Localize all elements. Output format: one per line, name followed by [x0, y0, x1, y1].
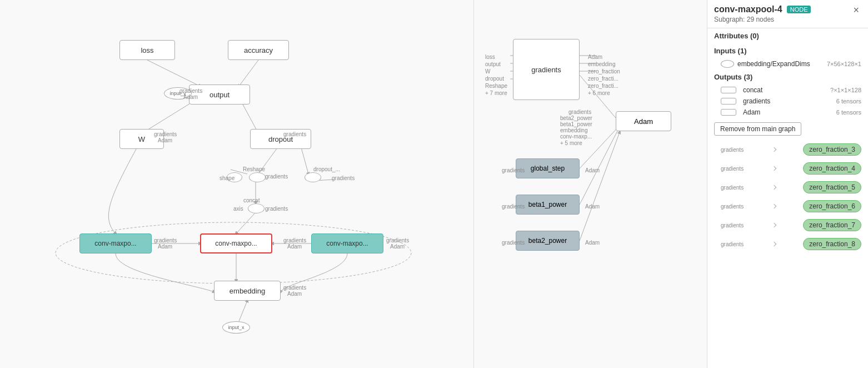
label-gradients-reshape: gradients	[265, 173, 288, 180]
label-gradients-zf7: gradients	[721, 222, 744, 228]
sg-beta2-in: gradients	[502, 240, 525, 246]
rp-input-item-0[interactable]: embedding/ExpandDims 7×56×128×1	[707, 58, 868, 69]
svg-line-10	[236, 212, 256, 233]
label-gradients-zf4: gradients	[721, 166, 744, 172]
sg-in-more: + 7 more	[485, 90, 507, 96]
sg-beta2-label: beta2_power	[528, 237, 567, 245]
rp-input-name-0: embedding/ExpandDims	[737, 60, 810, 68]
label-gradients-zf6: gradients	[721, 203, 744, 210]
node-zero-fraction-5[interactable]: zero_fraction_5	[803, 181, 861, 193]
sg-global-step-label: global_step	[531, 165, 565, 172]
svg-line-0	[147, 60, 200, 86]
sg-node-global-step[interactable]: global_step	[516, 158, 580, 178]
svg-line-17	[580, 132, 620, 241]
rp-output-item-1[interactable]: gradients 6 tensors	[707, 96, 868, 107]
label-adam-1: Adam	[183, 94, 198, 100]
label-gradients-concat: gradients	[265, 206, 288, 212]
sg-in-W: W	[485, 68, 490, 74]
rp-inputs-section[interactable]: Inputs (1)	[707, 43, 868, 58]
node-zero-fraction-3[interactable]: zero_fraction_3	[803, 143, 861, 156]
node-loss-label: loss	[141, 46, 153, 54]
sg-adam-in-conv: conv-maxp...	[560, 133, 592, 140]
sg-adam-label: Adam	[634, 117, 653, 126]
rp-output-item-0[interactable]: concat ?×1×1×128	[707, 84, 868, 96]
rp-output-name-0: concat	[743, 86, 762, 94]
rp-output-node-1[interactable]: gradients zero_fraction_4	[707, 159, 868, 178]
node-conv-maxpo-2[interactable]: conv-maxpo...	[200, 233, 272, 253]
rp-outputs-section[interactable]: Outputs (3)	[707, 69, 868, 84]
rp-output-node-0[interactable]: gradients zero_fraction_3	[707, 140, 868, 159]
node-conv-maxpo-1[interactable]: conv-maxpo...	[79, 233, 152, 253]
label-gradients-c1: gradients	[154, 237, 177, 243]
sg-global-out: Adam	[585, 167, 600, 173]
sg-beta2-out: Adam	[585, 240, 600, 246]
sg-beta1-label: beta1_power	[528, 201, 567, 208]
rp-header: conv-maxpool-4 NODE Subgraph: 29 nodes ×	[707, 0, 868, 28]
node-zero-fraction-8[interactable]: zero_fraction_8	[803, 238, 861, 250]
node-zero-fraction-4[interactable]: zero_fraction_4	[803, 162, 861, 175]
rp-badge: NODE	[787, 6, 811, 13]
sg-beta1-in: gradients	[502, 203, 525, 210]
label-gradients-c2-out: gradients	[283, 237, 306, 243]
node-W-label: W	[138, 135, 145, 143]
sg-out-zf2: zero_fracti...	[588, 76, 618, 82]
label-gradients-zf8: gradients	[721, 241, 744, 247]
sg-out-zf3: zero_fracti...	[588, 83, 618, 89]
node-embedding[interactable]: embedding	[214, 281, 281, 301]
subgraph-panel: gradients Adam global_step beta1_power b…	[473, 0, 707, 368]
sg-adam-in-more: + 5 more	[560, 140, 582, 146]
rp-output-node-3[interactable]: gradients zero_fraction_6	[707, 197, 868, 216]
label-adam-c2-out: Adam	[287, 243, 302, 250]
sg-in-dropout: dropout	[485, 76, 504, 82]
sg-node-beta1-power[interactable]: beta1_power	[516, 195, 580, 215]
rp-close-button[interactable]: ×	[851, 4, 861, 16]
input-icon-ellipse	[721, 60, 734, 68]
rp-output-value-1: 6 tensors	[836, 98, 861, 105]
rp-title: conv-maxpool-4	[714, 4, 782, 14]
output-icon-2	[721, 109, 736, 116]
label-gradients-zf5: gradients	[721, 185, 744, 191]
sg-out-more: + 6 more	[588, 90, 610, 96]
sg-in-output: output	[485, 61, 501, 67]
sg-node-adam[interactable]: Adam	[616, 111, 671, 131]
node-loss[interactable]: loss	[119, 40, 175, 60]
rp-output-value-2: 6 tensors	[836, 109, 861, 116]
node-concat-ellipse[interactable]	[248, 203, 265, 213]
rp-output-item-2[interactable]: Adam 6 tensors	[707, 107, 868, 118]
node-output-label: output	[209, 91, 230, 99]
sg-adam-in-beta1: beta1_power	[560, 121, 592, 127]
node-conv-2-label: conv-maxpo...	[215, 240, 257, 247]
sg-adam-in-gradients: gradients	[568, 109, 591, 115]
rp-output-name-2: Adam	[743, 108, 760, 116]
node-reshape-ellipse[interactable]	[249, 172, 266, 182]
output-icon-0	[721, 87, 736, 93]
node-conv-3-label: conv-maxpo...	[326, 240, 368, 247]
node-zero-fraction-6[interactable]: zero_fraction_6	[803, 200, 861, 212]
rp-output-name-1: gradients	[743, 97, 770, 105]
node-conv-1-label: conv-maxpo...	[94, 240, 136, 247]
label-gradients-emb: gradients	[283, 285, 306, 291]
sg-adam-in-emb: embedding	[560, 127, 587, 133]
remove-from-main-graph-button[interactable]: Remove from main graph	[714, 122, 801, 136]
rp-output-node-5[interactable]: gradients zero_fraction_8	[707, 235, 868, 253]
node-dropout-ellipse[interactable]	[305, 172, 321, 182]
rp-attributes-section[interactable]: Attributes (0)	[707, 28, 868, 43]
label-adam-c3-out: Adam	[390, 243, 405, 250]
rp-subtitle: Subgraph: 29 nodes	[714, 16, 811, 23]
sg-node-gradients[interactable]: gradients	[513, 39, 580, 100]
rp-input-value-0: 7×56×128×1	[827, 61, 861, 67]
rp-output-value-0: ?×1×1×128	[830, 87, 861, 93]
node-accuracy[interactable]: accuracy	[228, 40, 289, 60]
label-gradients-dropout: gradients	[283, 131, 306, 137]
rp-output-node-4[interactable]: gradients zero_fraction_7	[707, 216, 868, 235]
node-accuracy-label: accuracy	[244, 46, 273, 54]
label-gradients-1: gradients	[179, 88, 202, 94]
rp-output-node-2[interactable]: gradients zero_fraction_5	[707, 178, 868, 197]
label-axis: axis	[233, 206, 243, 212]
svg-line-1	[239, 60, 258, 86]
node-conv-maxpo-3[interactable]: conv-maxpo...	[311, 233, 383, 253]
sg-node-beta2-power[interactable]: beta2_power	[516, 231, 580, 251]
label-shape: shape	[220, 175, 235, 181]
node-input-x[interactable]: input_x	[222, 321, 250, 334]
node-zero-fraction-7[interactable]: zero_fraction_7	[803, 219, 861, 231]
